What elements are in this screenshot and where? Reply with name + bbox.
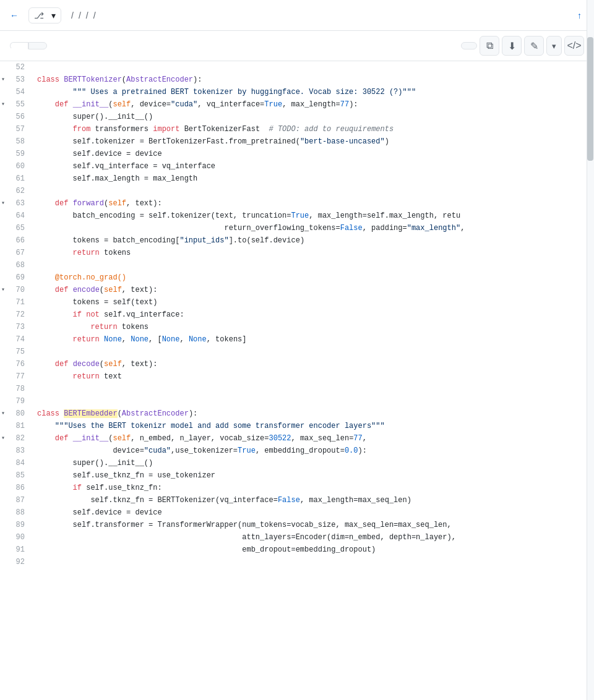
line-number: 81 xyxy=(0,420,32,432)
code-line: return tokens xyxy=(37,247,594,259)
copy-raw-button[interactable]: ⧉ xyxy=(480,36,499,56)
code-line xyxy=(37,185,594,197)
code-line: def __init__(self, n_embed, n_layer, voc… xyxy=(37,432,594,445)
top-button[interactable]: ↑ xyxy=(577,11,584,20)
line-number: 73 xyxy=(0,321,32,333)
toolbar-actions: ⧉ ⬇ ✎ ▾ </> xyxy=(461,36,584,56)
code-line: def forward(self, text): xyxy=(37,197,594,210)
code-line: class BERTTokenizer(AbstractEncoder): xyxy=(37,74,594,86)
code-line: emb_dropout=embedding_dropout) xyxy=(37,544,594,556)
code-line: attn_layers=Encoder(dim=n_embed, depth=n… xyxy=(37,531,594,544)
line-number: 88 xyxy=(0,506,32,519)
line-number: ▾55 xyxy=(0,98,32,111)
breadcrumb-sep-1: / xyxy=(71,11,74,20)
symbols-button[interactable]: </> xyxy=(564,36,584,56)
code-content: class BERTTokenizer(AbstractEncoder): ""… xyxy=(32,61,594,568)
blame-tab[interactable] xyxy=(28,42,47,49)
line-number: 54 xyxy=(0,86,32,98)
line-number: 58 xyxy=(0,135,32,148)
code-line: """ Uses a pretrained BERT tokenizer by … xyxy=(37,86,594,98)
breadcrumb-sep-2: / xyxy=(79,11,81,20)
toolbar: ⧉ ⬇ ✎ ▾ </> xyxy=(0,31,594,61)
scrollbar-track[interactable] xyxy=(587,0,594,700)
code-line: if not self.vq_interface: xyxy=(37,309,594,321)
code-line xyxy=(37,395,594,408)
branch-selector[interactable]: ⎇ ▾ xyxy=(28,7,61,23)
line-number: 76 xyxy=(0,358,32,370)
fold-icon[interactable]: ▾ xyxy=(1,74,5,86)
breadcrumb-sep-3: / xyxy=(86,11,88,20)
line-number: 64 xyxy=(0,210,32,222)
fold-icon[interactable]: ▾ xyxy=(1,197,5,210)
pencil-icon: ✎ xyxy=(530,40,538,52)
code-line xyxy=(37,556,594,568)
code-line: return tokens xyxy=(37,321,594,333)
line-number: ▾70 xyxy=(0,284,32,296)
code-line: def encode(self, text): xyxy=(37,284,594,296)
fold-icon[interactable]: ▾ xyxy=(1,98,5,111)
line-number: 60 xyxy=(0,160,32,173)
scrollbar-thumb[interactable] xyxy=(587,37,593,161)
line-numbers: 52▾5354▾5556575859606162▾63646566676869▾… xyxy=(0,61,32,568)
code-line: """Uses the BERT tokenizr model and add … xyxy=(37,420,594,432)
code-tab[interactable] xyxy=(10,42,28,49)
fold-icon[interactable]: ▾ xyxy=(1,284,5,296)
branch-icon: ⎇ xyxy=(34,11,44,20)
raw-button[interactable] xyxy=(461,42,477,49)
line-number: 84 xyxy=(0,457,32,469)
code-line: super().__init__() xyxy=(37,111,594,123)
line-number: 61 xyxy=(0,173,32,185)
code-line: self.tokenizer = BertTokenizerFast.from_… xyxy=(37,135,594,148)
line-number: 59 xyxy=(0,148,32,160)
back-files-link[interactable]: ← xyxy=(10,11,21,20)
line-number: 72 xyxy=(0,309,32,321)
page-wrapper: ← ⎇ ▾ / / / / ↑ xyxy=(0,0,594,700)
toolbar-tabs xyxy=(10,42,47,49)
code-line: self.device = device xyxy=(37,506,594,519)
code-line xyxy=(37,383,594,395)
line-number: ▾53 xyxy=(0,74,32,86)
line-number: 57 xyxy=(0,123,32,135)
line-number: 89 xyxy=(0,519,32,531)
line-number: 92 xyxy=(0,556,32,568)
line-number: 87 xyxy=(0,494,32,506)
edit-button[interactable]: ✎ xyxy=(524,36,544,56)
line-number: 85 xyxy=(0,469,32,482)
code-line: device="cuda",use_tokenizer=True, embedd… xyxy=(37,445,594,457)
line-number: 77 xyxy=(0,370,32,383)
arrow-up-icon: ↑ xyxy=(577,11,582,20)
line-number: 52 xyxy=(0,61,32,74)
code-line: from transformers import BertTokenizerFa… xyxy=(37,123,594,135)
code-line: tokens = self(text) xyxy=(37,296,594,309)
line-number: 78 xyxy=(0,383,32,395)
code-line: if self.use_tknz_fn: xyxy=(37,482,594,494)
download-button[interactable]: ⬇ xyxy=(502,36,522,56)
arrow-left-icon: ← xyxy=(10,11,19,20)
line-number: 68 xyxy=(0,259,32,271)
copy-icon: ⧉ xyxy=(486,40,493,51)
download-icon: ⬇ xyxy=(508,40,516,52)
code-line: batch_encoding = self.tokenizer(text, tr… xyxy=(37,210,594,222)
line-number: 90 xyxy=(0,531,32,544)
chevron-down-icon-toolbar: ▾ xyxy=(552,41,556,51)
code-line: class BERTEmbedder(AbstractEncoder): xyxy=(37,408,594,420)
code-line: self.use_tknz_fn = use_tokenizer xyxy=(37,469,594,482)
fold-icon[interactable]: ▾ xyxy=(1,432,5,445)
code-line: self.max_length = max_length xyxy=(37,173,594,185)
code-line xyxy=(37,61,594,74)
line-number: 71 xyxy=(0,296,32,309)
fold-icon[interactable]: ▾ xyxy=(1,408,5,420)
line-number: 66 xyxy=(0,234,32,247)
code-line: return text xyxy=(37,370,594,383)
code-line xyxy=(37,346,594,358)
line-number: 83 xyxy=(0,445,32,457)
line-number: 65 xyxy=(0,222,32,234)
chevron-down-icon: ▾ xyxy=(51,11,56,20)
line-number: ▾63 xyxy=(0,197,32,210)
breadcrumb: / / / / xyxy=(69,11,570,20)
line-number: 79 xyxy=(0,395,32,408)
code-line: return_overflowing_tokens=False, padding… xyxy=(37,222,594,234)
more-options-button[interactable]: ▾ xyxy=(546,36,562,56)
line-number: 86 xyxy=(0,482,32,494)
breadcrumb-sep-4: / xyxy=(93,11,96,20)
